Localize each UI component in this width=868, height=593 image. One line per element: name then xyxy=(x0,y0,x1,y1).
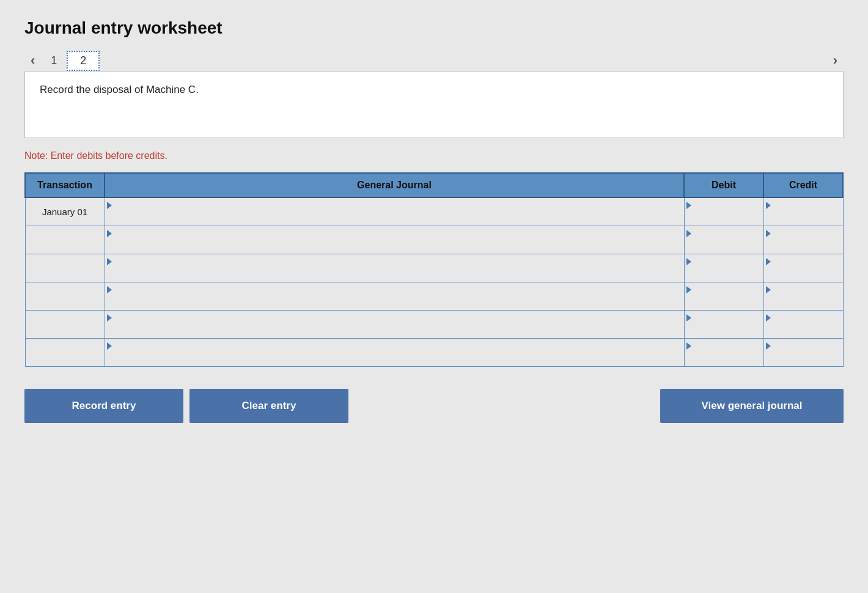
table-row xyxy=(25,282,843,310)
general-journal-input-0[interactable] xyxy=(105,198,684,226)
debit-input-4[interactable] xyxy=(685,311,763,338)
general-journal-input-2[interactable] xyxy=(105,254,684,282)
table-row xyxy=(25,310,843,338)
debit-cell-2[interactable] xyxy=(684,254,763,282)
credit-input-1[interactable] xyxy=(764,226,843,254)
debit-cell-0[interactable] xyxy=(684,197,763,226)
table-row: January 01 xyxy=(25,197,843,226)
transaction-cell-2 xyxy=(25,254,105,282)
debit-cell-3[interactable] xyxy=(684,282,763,310)
general-journal-input-5[interactable] xyxy=(105,339,684,366)
transaction-cell-3 xyxy=(25,282,105,310)
debit-input-1[interactable] xyxy=(685,226,763,254)
credit-cell-5[interactable] xyxy=(763,338,843,366)
journal-table: Transaction General Journal Debit Credit… xyxy=(24,172,844,367)
credit-cell-4[interactable] xyxy=(763,310,843,338)
credit-input-2[interactable] xyxy=(764,254,843,282)
general-journal-cell-1[interactable] xyxy=(105,226,684,254)
record-entry-button[interactable]: Record entry xyxy=(24,389,183,423)
general-journal-cell-0[interactable] xyxy=(105,197,684,226)
description-text: Record the disposal of Machine C. xyxy=(40,84,199,95)
transaction-cell-0: January 01 xyxy=(25,197,105,226)
note-text: Note: Enter debits before credits. xyxy=(24,150,844,161)
debit-input-3[interactable] xyxy=(685,282,763,310)
nav-page-1[interactable]: 1 xyxy=(41,52,67,70)
col-header-general-journal: General Journal xyxy=(105,173,684,197)
view-general-journal-button[interactable]: View general journal xyxy=(660,389,844,423)
credit-cell-1[interactable] xyxy=(763,226,843,254)
debit-cell-5[interactable] xyxy=(684,338,763,366)
general-journal-cell-5[interactable] xyxy=(105,338,684,366)
credit-input-4[interactable] xyxy=(764,311,843,338)
nav-row: ‹ 1 2 › xyxy=(24,50,844,71)
credit-input-3[interactable] xyxy=(764,282,843,310)
debit-input-5[interactable] xyxy=(685,339,763,366)
buttons-row: Record entry Clear entry View general jo… xyxy=(24,389,844,423)
credit-input-5[interactable] xyxy=(764,339,843,366)
nav-prev-button[interactable]: ‹ xyxy=(24,50,41,71)
col-header-transaction: Transaction xyxy=(25,173,105,197)
table-row xyxy=(25,226,843,254)
general-journal-cell-4[interactable] xyxy=(105,310,684,338)
credit-input-0[interactable] xyxy=(764,198,843,226)
clear-entry-button[interactable]: Clear entry xyxy=(189,389,348,423)
nav-page-2[interactable]: 2 xyxy=(67,51,100,71)
debit-input-0[interactable] xyxy=(685,198,763,226)
debit-cell-4[interactable] xyxy=(684,310,763,338)
transaction-cell-4 xyxy=(25,310,105,338)
transaction-cell-1 xyxy=(25,226,105,254)
debit-input-2[interactable] xyxy=(685,254,763,282)
general-journal-cell-3[interactable] xyxy=(105,282,684,310)
transaction-cell-5 xyxy=(25,338,105,366)
page-title: Journal entry worksheet xyxy=(24,18,844,38)
description-box: Record the disposal of Machine C. xyxy=(24,71,844,138)
credit-cell-0[interactable] xyxy=(763,197,843,226)
general-journal-input-1[interactable] xyxy=(105,226,684,254)
table-row xyxy=(25,254,843,282)
debit-cell-1[interactable] xyxy=(684,226,763,254)
col-header-credit: Credit xyxy=(763,173,843,197)
nav-next-button[interactable]: › xyxy=(827,50,844,71)
general-journal-input-4[interactable] xyxy=(105,311,684,338)
general-journal-input-3[interactable] xyxy=(105,282,684,310)
credit-cell-3[interactable] xyxy=(763,282,843,310)
table-row xyxy=(25,338,843,366)
general-journal-cell-2[interactable] xyxy=(105,254,684,282)
col-header-debit: Debit xyxy=(684,173,763,197)
credit-cell-2[interactable] xyxy=(763,254,843,282)
